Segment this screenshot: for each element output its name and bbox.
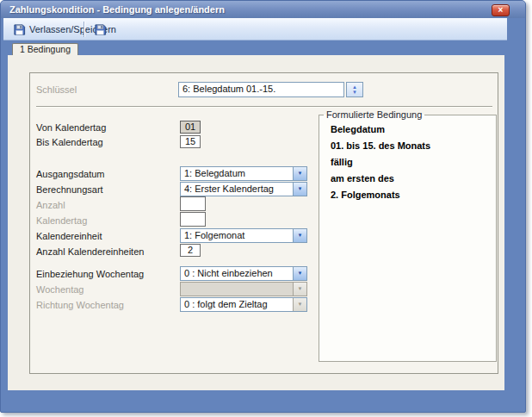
condition-line: am ersten des: [331, 173, 394, 184]
berechnungsart-label: Berechnungsart: [36, 184, 103, 195]
toolbar-separator: [84, 22, 84, 37]
condition-line: Belegdatum: [331, 124, 385, 134]
anzahl-label: Anzahl: [36, 200, 65, 210]
toolbar: Verlassen/Speichern: [3, 18, 507, 40]
schluessel-combo[interactable]: 6: Belegdatum 01.-15.: [178, 82, 344, 97]
von-kalendertag-label: Von Kalendertag: [36, 122, 106, 133]
close-icon[interactable]: ×: [492, 4, 510, 16]
schluessel-spinner[interactable]: ▲ ▼: [346, 82, 363, 97]
wochentag-combo[interactable]: ▼: [180, 282, 307, 296]
berechnungsart-combo[interactable]: 4: Erster Kalendertag ▼: [180, 182, 307, 196]
dialog-client-area: Schlüssel 6: Belegdatum 01.-15. ▲ ▼ Von …: [8, 55, 504, 390]
richtung-wochentag-label: Richtung Wochentag: [36, 300, 124, 310]
dropdown-arrow-icon[interactable]: ▼: [293, 167, 306, 180]
anzahl-kalendereinheiten-label: Anzahl Kalendereinheiten: [36, 246, 144, 257]
schluessel-value: 6: Belegdatum 01.-15.: [182, 84, 340, 95]
dropdown-arrow-icon[interactable]: ▼: [293, 267, 306, 280]
von-kalendertag-field[interactable]: 01: [180, 121, 201, 134]
save-button[interactable]: [89, 21, 111, 38]
bis-kalendertag-field[interactable]: 15: [180, 135, 201, 148]
anzahl-kalendereinheiten-field[interactable]: 2: [180, 244, 201, 257]
tab-bedingung[interactable]: 1 Bedingung: [12, 43, 78, 55]
spinner-down-icon[interactable]: ▼: [352, 90, 357, 95]
condition-line: 2. Folgemonats: [331, 190, 400, 200]
condition-line: 01. bis 15. des Monats: [331, 140, 430, 151]
title-bar: Zahlungskondition - Bedingung anlegen/än…: [1, 1, 525, 18]
separator-line: [36, 106, 492, 108]
berechnungsart-value: 4: Erster Kalendertag: [184, 184, 291, 195]
form-panel: Schlüssel 6: Belegdatum 01.-15. ▲ ▼ Von …: [29, 72, 498, 374]
einbeziehung-wochentag-value: 0 : Nicht einbeziehen: [184, 268, 291, 279]
dropdown-arrow-icon[interactable]: ▼: [293, 283, 306, 296]
window-title: Zahlungskondition - Bedingung anlegen/än…: [9, 1, 225, 18]
richtung-wochentag-combo[interactable]: 0 : folgt dem Zieltag ▼: [180, 297, 307, 312]
einbeziehung-wochentag-label: Einbeziehung Wochentag: [36, 269, 144, 279]
kalendertag-label: Kalendertag: [36, 215, 87, 226]
kalendereinheit-combo[interactable]: 1: Folgemonat ▼: [180, 228, 307, 243]
richtung-wochentag-value: 0 : folgt dem Zieltag: [184, 299, 291, 310]
groupbox-title: Formulierte Bedingung: [324, 109, 424, 120]
save-icon: [94, 23, 107, 36]
ausgangsdatum-value: 1: Belegdatum: [184, 168, 291, 179]
bis-kalendertag-label: Bis Kalendertag: [36, 137, 103, 147]
kalendereinheit-label: Kalendereinheit: [36, 231, 102, 241]
kalendereinheit-value: 1: Folgemonat: [184, 230, 291, 241]
save-icon: [13, 23, 26, 36]
dropdown-arrow-icon[interactable]: ▼: [293, 298, 306, 311]
ausgangsdatum-label: Ausgangsdatum: [36, 169, 105, 179]
dropdown-arrow-icon[interactable]: ▼: [293, 229, 306, 242]
anzahl-field[interactable]: [180, 196, 206, 211]
dropdown-arrow-icon[interactable]: ▼: [293, 183, 306, 196]
schluessel-label: Schlüssel: [36, 84, 77, 95]
ausgangsdatum-combo[interactable]: 1: Belegdatum ▼: [180, 166, 307, 181]
wochentag-label: Wochentag: [36, 284, 84, 295]
einbeziehung-wochentag-combo[interactable]: 0 : Nicht einbeziehen ▼: [180, 266, 307, 281]
condition-line: fällig: [331, 157, 353, 167]
kalendertag-field[interactable]: [180, 212, 206, 227]
formulierte-bedingung-groupbox: Formulierte Bedingung Belegdatum 01. bis…: [319, 115, 497, 362]
dialog-window: Zahlungskondition - Bedingung anlegen/än…: [0, 0, 526, 413]
